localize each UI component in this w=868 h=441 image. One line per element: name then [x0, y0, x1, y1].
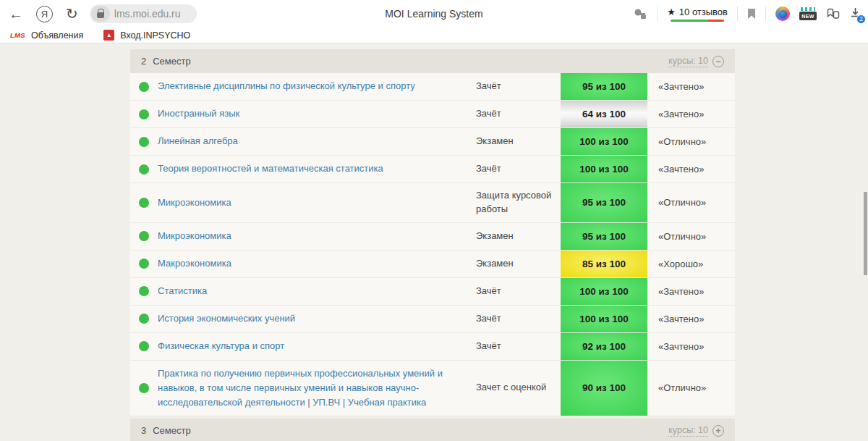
status-cell — [130, 361, 158, 416]
score-badge: 95 из 100 — [561, 223, 647, 250]
status-cell — [130, 251, 158, 277]
course-link[interactable]: Макроэкономика — [158, 256, 231, 271]
star-icon: ★ — [667, 7, 676, 17]
status-cell — [130, 128, 158, 155]
course-row: Иностранный язык Зачёт 64 из 100 «Зачтен… — [130, 101, 735, 128]
collapse-semester-icon[interactable]: − — [712, 56, 724, 67]
course-cell: Микроэкономика — [158, 223, 476, 250]
grade-cell: «Зачтено» — [647, 278, 735, 305]
status-dot-icon — [139, 109, 149, 119]
course-cell: Макроэкономика — [158, 251, 476, 277]
new-icon-marquee — [801, 7, 815, 11]
rating-positive-segment — [671, 20, 708, 22]
course-link[interactable]: Элективные дисциплины по физической куль… — [158, 79, 415, 93]
site-reviews[interactable]: ★ 10 отзывов — [667, 7, 728, 22]
exam-type-cell: Зачёт — [476, 306, 561, 332]
score-badge: 90 из 100 — [561, 361, 647, 416]
lms-logo-icon: LMS — [10, 31, 25, 39]
status-dot-icon — [139, 314, 149, 324]
exam-type-cell: Зачёт — [476, 278, 561, 305]
semester-label: Семестр — [153, 425, 190, 436]
courses-count-link[interactable]: курсы: 10 — [668, 56, 708, 67]
score-badge: 92 из 100 — [561, 333, 647, 360]
course-link[interactable]: Практика по получению первичных професси… — [158, 366, 469, 410]
course-cell: Элективные дисциплины по физической куль… — [158, 73, 476, 100]
rating-negative-segment — [708, 20, 724, 22]
course-row: Теория вероятностей и математическая ста… — [130, 156, 735, 183]
status-dot-icon — [139, 164, 149, 175]
status-dot-icon — [139, 383, 149, 393]
status-dot-icon — [139, 231, 149, 241]
exam-type-cell: Защита курсовой работы — [476, 183, 561, 222]
browser-toolbar: ← Я ↻ lms.moi.edu.ru MOI Learning System… — [0, 0, 868, 28]
grade-cell: «Отлично» — [647, 361, 735, 416]
course-link[interactable]: Микроэкономика — [158, 196, 231, 210]
course-cell: Статистика — [158, 278, 476, 305]
courses-count-link[interactable]: курсы: 10 — [668, 425, 708, 437]
extensions-icon[interactable] — [826, 8, 841, 20]
course-row: Микроэкономика Экзамен 95 из 100 «Отличн… — [130, 223, 735, 251]
score-badge: 100 из 100 — [561, 278, 647, 305]
status-cell — [130, 183, 158, 222]
bookmark-item-inpsycho[interactable]: ▲ Вход.INPSYCHO — [103, 30, 190, 41]
course-link[interactable]: История экономических учений — [158, 311, 295, 326]
page-title: MOI Learning System — [385, 8, 482, 20]
course-link[interactable]: Микроэкономика — [158, 229, 231, 243]
exam-type-cell: Экзамен — [476, 223, 561, 250]
course-cell: Практика по получению первичных професси… — [158, 361, 476, 416]
course-row: Практика по получению первичных професси… — [130, 361, 735, 416]
refresh-icon[interactable]: ↻ — [66, 7, 78, 21]
grade-cell: «Хорошо» — [647, 251, 735, 277]
status-dot-icon — [139, 341, 149, 351]
bookmark-icon[interactable] — [747, 8, 756, 20]
course-row: Макроэкономика Экзамен 85 из 100 «Хорошо… — [130, 251, 735, 278]
password-manager-icon[interactable] — [634, 8, 647, 20]
exam-type-cell: Зачёт — [476, 101, 561, 127]
new-icon-label: NEW — [799, 12, 817, 20]
semester-2-header: 2 Семестр курсы: 10 − — [130, 49, 735, 73]
exam-type-cell: Зачет с оценкой — [476, 361, 561, 416]
course-row: Статистика Зачёт 100 из 100 «Зачтено» — [130, 278, 735, 306]
semester-table-rows: Элективные дисциплины по физической куль… — [130, 73, 735, 416]
status-cell — [130, 223, 158, 250]
grade-cell: «Зачтено» — [647, 73, 735, 100]
extension-new-icon[interactable]: NEW — [799, 7, 817, 20]
exam-type-cell: Зачёт — [476, 156, 561, 182]
course-link[interactable]: Физическая культура и спорт — [158, 339, 284, 353]
back-button[interactable]: ← — [9, 7, 23, 21]
expand-semester-icon[interactable]: + — [712, 425, 724, 437]
score-badge: 100 из 100 — [561, 128, 647, 155]
course-link[interactable]: Иностранный язык — [158, 106, 239, 121]
address-bar[interactable]: lms.moi.edu.ru — [90, 4, 197, 23]
course-link[interactable]: Статистика — [158, 284, 207, 298]
yandex-logo-icon[interactable]: Я — [36, 6, 53, 22]
scrollbar-thumb[interactable] — [864, 192, 867, 275]
exam-type-cell: Зачёт — [476, 73, 561, 100]
grade-cell: «Зачтено» — [647, 156, 735, 182]
gradebook-table: 2 Семестр курсы: 10 − Элективные дисципл… — [130, 49, 735, 441]
status-cell — [130, 73, 158, 100]
url-text: lms.moi.edu.ru — [114, 8, 188, 20]
course-cell: Физическая культура и спорт — [158, 333, 476, 360]
score-badge: 85 из 100 — [561, 251, 647, 277]
course-cell: Теория вероятностей и математическая ста… — [158, 156, 476, 182]
secure-lock-icon[interactable] — [91, 6, 110, 22]
status-cell — [130, 156, 158, 182]
downloads-count-badge: 2 — [856, 14, 866, 24]
course-link[interactable]: Теория вероятностей и математическая ста… — [158, 161, 383, 176]
grade-cell: «Зачтено» — [647, 306, 735, 332]
exam-type-cell: Экзамен — [476, 128, 561, 155]
grade-cell: «Отлично» — [647, 223, 735, 250]
bookmark-item-lms[interactable]: LMS Объявления — [10, 30, 83, 41]
status-dot-icon — [139, 259, 149, 269]
downloads-button[interactable]: 2 — [850, 7, 861, 21]
status-dot-icon — [139, 137, 149, 147]
grade-cell: «Зачтено» — [647, 333, 735, 360]
reviews-count: 10 отзывов — [679, 7, 728, 17]
extension-browser-icon[interactable] — [775, 7, 790, 21]
exam-type-cell: Зачёт — [476, 333, 561, 360]
course-row: Линейная алгебра Экзамен 100 из 100 «Отл… — [130, 128, 735, 156]
toolbar-divider — [737, 7, 738, 21]
status-cell — [130, 278, 158, 305]
course-link[interactable]: Линейная алгебра — [158, 134, 238, 148]
